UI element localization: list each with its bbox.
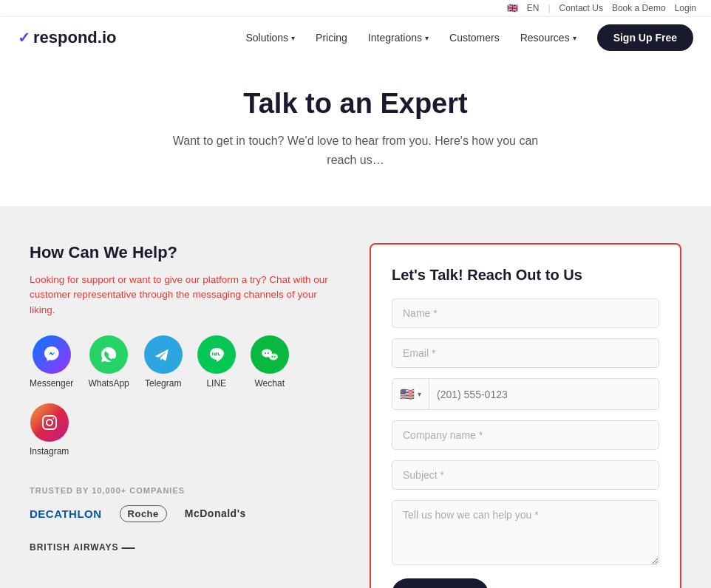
svg-rect-1 xyxy=(217,352,217,355)
name-input[interactable] xyxy=(392,298,659,328)
channel-instagram[interactable]: Instagram xyxy=(30,403,69,457)
flag-emoji: 🇺🇸 xyxy=(400,387,415,401)
whatsapp-icon xyxy=(89,335,128,374)
email-field-group xyxy=(392,338,659,368)
phone-row: 🇺🇸 ▾ xyxy=(392,378,659,410)
brand-decathlon: DECATHLON xyxy=(30,507,102,520)
chevron-down-icon: ▾ xyxy=(573,34,576,42)
hero-section: Talk to an Expert Want to get in touch? … xyxy=(0,58,711,206)
subject-field-group xyxy=(392,460,659,490)
logo-check-icon: ✓ xyxy=(18,29,30,47)
svg-point-4 xyxy=(265,352,266,354)
svg-point-9 xyxy=(47,420,52,425)
flag-chevron-icon: ▾ xyxy=(418,390,421,398)
instagram-icon xyxy=(30,403,69,442)
channel-wechat[interactable]: Wechat xyxy=(251,335,289,389)
trusted-label: TRUSTED BY 10,000+ COMPANIES xyxy=(30,486,340,495)
trusted-section: TRUSTED BY 10,000+ COMPANIES DECATHLON R… xyxy=(30,486,340,555)
email-input[interactable] xyxy=(392,338,659,368)
book-demo-link[interactable]: Book a Demo xyxy=(612,3,666,13)
contact-us-link[interactable]: Contact Us xyxy=(559,3,603,13)
chevron-down-icon: ▾ xyxy=(425,34,429,42)
submit-button[interactable]: Submit xyxy=(392,578,489,588)
svg-point-5 xyxy=(268,352,269,354)
language-flag: 🇬🇧 xyxy=(507,3,518,13)
svg-point-10 xyxy=(52,417,54,419)
channel-telegram[interactable]: Telegram xyxy=(144,335,183,389)
svg-point-3 xyxy=(269,353,278,360)
company-field-group xyxy=(392,420,659,450)
form-title: Let's Talk! Reach Out to Us xyxy=(392,267,659,284)
phone-field-group: 🇺🇸 ▾ xyxy=(392,378,659,410)
line-icon xyxy=(197,335,236,374)
name-field-group xyxy=(392,298,659,328)
contact-form-panel: Let's Talk! Reach Out to Us 🇺🇸 ▾ xyxy=(370,243,681,588)
svg-rect-8 xyxy=(43,416,56,429)
left-heading: How Can We Help? xyxy=(30,243,340,262)
main-content: How Can We Help? Looking for support or … xyxy=(0,206,711,588)
left-panel: How Can We Help? Looking for support or … xyxy=(30,243,340,555)
nav-links: Solutions ▾ Pricing Integrations ▾ Custo… xyxy=(245,24,693,51)
nav-integrations[interactable]: Integrations ▾ xyxy=(368,32,429,44)
divider: | xyxy=(548,3,550,13)
phone-flag-button[interactable]: 🇺🇸 ▾ xyxy=(392,379,429,409)
wechat-icon xyxy=(251,335,289,374)
signup-button[interactable]: Sign Up Free xyxy=(597,24,693,51)
hero-title: Talk to an Expert xyxy=(15,88,696,120)
brand-logos: DECATHLON Roche McDonald's BRITISH AIRWA… xyxy=(30,505,340,555)
support-text: Looking for support or want to give our … xyxy=(30,273,340,318)
logo-text: respond.io xyxy=(33,28,116,47)
svg-point-7 xyxy=(273,356,275,358)
top-bar: 🇬🇧 EN | Contact Us Book a Demo Login xyxy=(0,0,711,17)
language-label: EN xyxy=(527,3,540,13)
brand-british: BRITISH AIRWAYS — xyxy=(30,540,136,555)
nav-solutions[interactable]: Solutions ▾ xyxy=(245,32,295,44)
logo[interactable]: ✓ respond.io xyxy=(18,28,116,47)
phone-input[interactable] xyxy=(429,380,659,408)
svg-rect-0 xyxy=(212,352,214,355)
nav-pricing[interactable]: Pricing xyxy=(316,32,347,44)
nav-resources[interactable]: Resources ▾ xyxy=(520,32,576,44)
svg-point-6 xyxy=(271,356,273,358)
message-field-group xyxy=(392,500,659,568)
hero-subtitle: Want to get in touch? We'd love to hear … xyxy=(163,131,548,169)
channel-whatsapp[interactable]: WhatsApp xyxy=(88,335,129,389)
messenger-icon xyxy=(33,335,71,374)
channel-messenger[interactable]: Messenger xyxy=(30,335,73,389)
nav-customers[interactable]: Customers xyxy=(449,32,500,44)
chevron-down-icon: ▾ xyxy=(291,34,295,42)
subject-input[interactable] xyxy=(392,460,659,490)
brand-roche: Roche xyxy=(120,505,167,522)
company-input[interactable] xyxy=(392,420,659,450)
navbar: ✓ respond.io Solutions ▾ Pricing Integra… xyxy=(0,17,711,58)
channel-line[interactable]: LINE xyxy=(197,335,236,389)
login-link[interactable]: Login xyxy=(675,3,696,13)
telegram-icon xyxy=(144,335,183,374)
brand-mcdonalds: McDonald's xyxy=(185,507,246,519)
message-textarea[interactable] xyxy=(392,500,659,565)
channels-grid: Messenger WhatsApp xyxy=(30,335,340,457)
